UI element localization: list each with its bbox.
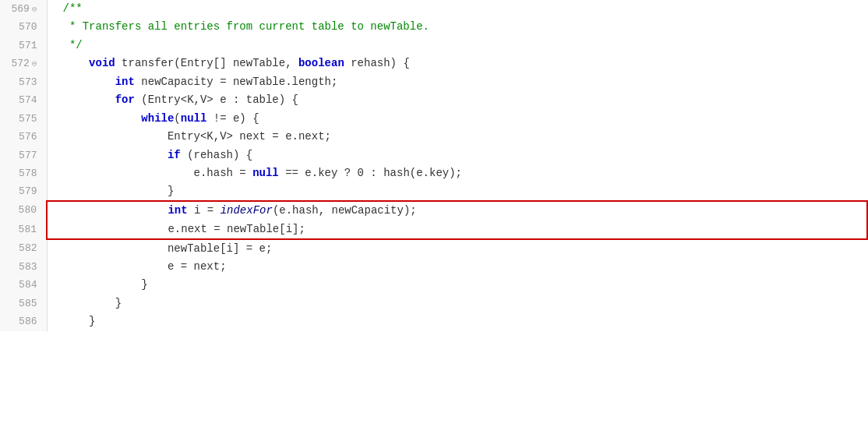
line-number: 573 <box>0 73 47 91</box>
code-container: 569⊖/**570 * Transfers all entries from … <box>0 0 868 441</box>
code-line: if (rehash) { <box>47 146 867 164</box>
code-line: e.hash = null == e.key ? 0 : hash(e.key)… <box>47 164 867 182</box>
code-line: e = next; <box>47 258 867 276</box>
line-number: 575 <box>0 110 47 128</box>
line-number: 574 <box>0 91 47 109</box>
code-line: while(null != e) { <box>47 110 867 128</box>
code-line: Entry<K,V> next = e.next; <box>47 128 867 146</box>
code-line: e.next = newTable[i]; <box>47 220 867 239</box>
line-number: 579 <box>0 182 47 201</box>
line-number: 571 <box>0 37 47 55</box>
line-number: 570 <box>0 18 47 36</box>
line-number: 585 <box>0 295 47 312</box>
code-line: } <box>47 295 867 312</box>
line-number: 572⊖ <box>0 55 47 72</box>
code-line: * Transfers all entries from current tab… <box>47 18 867 36</box>
code-line: newTable[i] = e; <box>47 239 867 258</box>
line-number: 586 <box>0 312 47 330</box>
code-line: /** <box>47 0 867 18</box>
line-number: 576 <box>0 128 47 146</box>
code-line: int i = indexFor(e.hash, newCapacity); <box>47 201 867 220</box>
line-number: 584 <box>0 276 47 294</box>
line-number: 580 <box>0 201 47 220</box>
code-line: void transfer(Entry[] newTable, boolean … <box>47 55 867 72</box>
line-number: 582 <box>0 239 47 258</box>
line-number: 583 <box>0 258 47 276</box>
code-table: 569⊖/**570 * Transfers all entries from … <box>0 0 868 331</box>
code-line: for (Entry<K,V> e : table) { <box>47 91 867 109</box>
code-line: } <box>47 182 867 201</box>
code-line: } <box>47 276 867 294</box>
line-number: 581 <box>0 220 47 239</box>
line-number: 569⊖ <box>0 0 47 18</box>
line-number: 578 <box>0 164 47 182</box>
line-number: 577 <box>0 146 47 164</box>
code-line: } <box>47 312 867 330</box>
code-line: */ <box>47 37 867 55</box>
code-line: int newCapacity = newTable.length; <box>47 73 867 91</box>
